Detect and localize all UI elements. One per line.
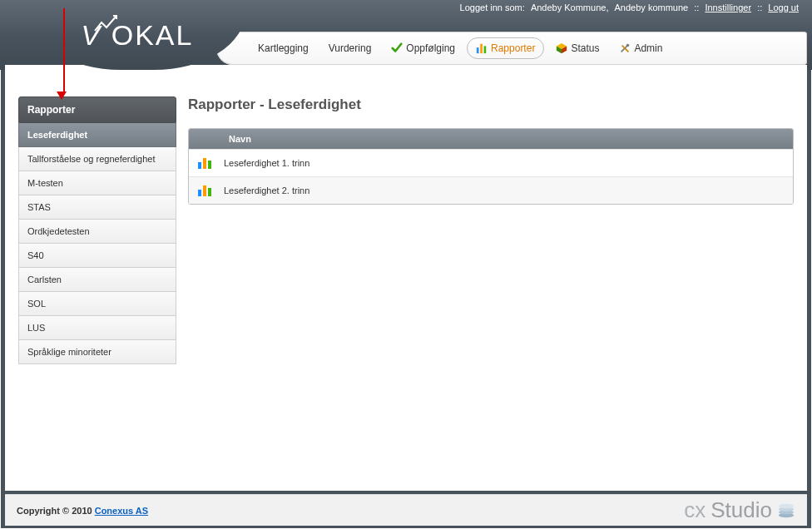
sidebar-item-label: Leseferdighet (27, 130, 87, 140)
sidebar-item-label: LUS (27, 323, 45, 333)
svg-rect-1 (480, 44, 483, 53)
nav-vurdering[interactable]: Vurdering (320, 38, 380, 58)
sidebar-item-1[interactable]: Tallforståelse og regneferdighet (18, 147, 176, 171)
studio-st: Studio (710, 497, 772, 523)
annotation-arrow (61, 8, 67, 100)
tools-icon (619, 42, 631, 54)
svg-rect-9 (198, 162, 201, 169)
sidebar-item-4[interactable]: Ordkjedetesten (18, 220, 176, 244)
nav-status[interactable]: Status (547, 38, 607, 58)
sidebar-item-label: SOL (27, 299, 46, 309)
top-links: Logget inn som: Andeby Kommune, Andeby k… (458, 2, 800, 12)
sidebar-title: Rapporter (18, 96, 176, 123)
sidebar-item-label: M-testen (27, 178, 63, 188)
sidebar: Rapporter LeseferdighetTallforståelse og… (18, 96, 176, 364)
nav-kartlegging[interactable]: Kartlegging (250, 38, 317, 58)
list-row-1[interactable]: Leseferdighet 2. trinn (189, 176, 793, 204)
logged-in-prefix: Logget inn som: (460, 2, 525, 12)
sidebar-item-5[interactable]: S40 (18, 244, 176, 268)
nav-admin[interactable]: Admin (611, 38, 671, 58)
page-title: Rapporter - Leseferdighet (188, 96, 794, 113)
nav-rapporter[interactable]: Rapporter (467, 37, 544, 59)
sidebar-item-label: Tallforståelse og regneferdighet (27, 154, 155, 164)
list-row-label: Leseferdighet 2. trinn (224, 185, 309, 195)
org-name: Andeby kommune (615, 2, 689, 12)
nav-vurdering-label: Vurdering (329, 42, 372, 54)
svg-rect-10 (203, 158, 206, 169)
nav-oppfolging-label: Oppfølging (406, 42, 455, 54)
bar-chart-icon (476, 42, 488, 54)
logout-link[interactable]: Logg ut (768, 2, 799, 12)
stack-icon (777, 502, 795, 519)
company-link[interactable]: Conexus AS (95, 506, 148, 516)
svg-rect-11 (208, 161, 211, 169)
copyright-prefix: Copyright © 2010 (17, 506, 95, 516)
user-name: Andeby Kommune, (531, 2, 609, 12)
list-header-navn: Navn (189, 129, 793, 149)
bar-chart-icon (197, 156, 214, 170)
svg-rect-14 (208, 188, 211, 196)
list-row-0[interactable]: Leseferdighet 1. trinn (189, 149, 793, 176)
check-icon (391, 42, 403, 54)
nav-rapporter-label: Rapporter (491, 42, 535, 54)
svg-rect-0 (477, 47, 479, 53)
sidebar-item-3[interactable]: STAS (18, 195, 176, 220)
sidebar-item-9[interactable]: Språklige minoriteter (18, 340, 176, 364)
nav-oppfolging[interactable]: Oppfølging (383, 38, 463, 58)
sidebar-item-2[interactable]: M-testen (18, 171, 176, 195)
settings-link[interactable]: Innstillinger (705, 2, 751, 12)
nav-status-label: Status (571, 42, 599, 54)
sidebar-item-6[interactable]: Carlsten (18, 268, 176, 292)
sidebar-item-label: STAS (27, 202, 51, 212)
svg-rect-2 (484, 46, 487, 53)
svg-rect-13 (203, 185, 206, 196)
sidebar-item-8[interactable]: LUS (18, 316, 176, 340)
sidebar-item-7[interactable]: SOL (18, 292, 176, 316)
logo-text: OKAL (111, 19, 194, 51)
sidebar-item-label: S40 (27, 250, 44, 260)
box-icon (556, 42, 567, 54)
svg-rect-12 (198, 190, 201, 196)
svg-point-8 (626, 44, 630, 47)
sidebar-item-label: Ordkjedetesten (27, 226, 90, 236)
bar-chart-icon (197, 184, 214, 197)
sidebar-item-label: Språklige minoriteter (27, 347, 111, 357)
nav-kartlegging-label: Kartlegging (258, 42, 309, 54)
footer-copyright: Copyright © 2010 Conexus AS (17, 506, 148, 516)
report-list: Navn Leseferdighet 1. trinnLeseferdighet… (188, 128, 794, 205)
cx-studio-logo: cxStudio (684, 497, 795, 523)
list-row-label: Leseferdighet 1. trinn (224, 158, 309, 168)
sidebar-item-0[interactable]: Leseferdighet (18, 123, 176, 147)
logo-v: V (82, 19, 111, 51)
sidebar-item-label: Carlsten (27, 274, 62, 284)
studio-cx: cx (684, 497, 706, 523)
main-nav: Kartlegging Vurdering Oppfølging Rapport… (216, 32, 807, 65)
svg-point-18 (779, 503, 794, 508)
nav-admin-label: Admin (634, 42, 662, 54)
